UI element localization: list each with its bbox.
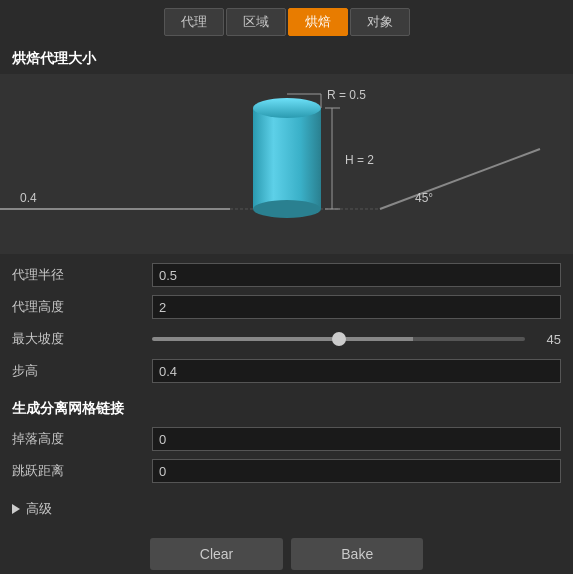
- section-title: 烘焙代理大小: [0, 42, 573, 74]
- prop-input-radius[interactable]: [152, 263, 561, 287]
- extra-props-panel: 掉落高度 跳跃距离: [0, 422, 573, 494]
- prop-input-height[interactable]: [152, 295, 561, 319]
- r-label: R = 0.5: [327, 88, 366, 102]
- advanced-row[interactable]: 高级: [0, 494, 573, 524]
- clear-button[interactable]: Clear: [150, 538, 283, 570]
- prop-label-slope: 最大坡度: [12, 330, 152, 348]
- slider-container-slope: 45: [152, 332, 561, 347]
- prop-label-fall: 掉落高度: [12, 430, 152, 448]
- viz-svg: R = 0.5 H = 2 0.4 45°: [0, 74, 573, 254]
- tab-object[interactable]: 对象: [350, 8, 410, 36]
- angle-label: 45°: [415, 191, 433, 205]
- flat-label: 0.4: [20, 191, 37, 205]
- svg-point-4: [253, 98, 321, 118]
- props-panel: 代理半径 代理高度 最大坡度 45 步高: [0, 258, 573, 394]
- viz-area: R = 0.5 H = 2 0.4 45°: [0, 74, 573, 254]
- prop-input-step[interactable]: [152, 359, 561, 383]
- bottom-bar: Clear Bake: [0, 528, 573, 574]
- prop-input-jump[interactable]: [152, 459, 561, 483]
- prop-row-step: 步高: [12, 358, 561, 384]
- prop-row-jump: 跳跃距离: [12, 458, 561, 484]
- section-heading: 生成分离网格链接: [0, 394, 573, 422]
- svg-point-5: [253, 200, 321, 218]
- tab-proxy[interactable]: 代理: [164, 8, 224, 36]
- prop-row-fall: 掉落高度: [12, 426, 561, 452]
- prop-input-fall[interactable]: [152, 427, 561, 451]
- prop-row-height: 代理高度: [12, 294, 561, 320]
- prop-row-slope: 最大坡度 45: [12, 326, 561, 352]
- top-nav: 代理 区域 烘焙 对象: [0, 0, 573, 42]
- svg-line-1: [380, 149, 540, 209]
- slope-slider[interactable]: [152, 337, 525, 341]
- slope-slider-value: 45: [531, 332, 561, 347]
- prop-label-step: 步高: [12, 362, 152, 380]
- prop-label-jump: 跳跃距离: [12, 462, 152, 480]
- tab-bake[interactable]: 烘焙: [288, 8, 348, 36]
- prop-label-height: 代理高度: [12, 298, 152, 316]
- prop-label-radius: 代理半径: [12, 266, 152, 284]
- prop-row-radius: 代理半径: [12, 262, 561, 288]
- tab-region[interactable]: 区域: [226, 8, 286, 36]
- h-label: H = 2: [345, 153, 374, 167]
- svg-rect-3: [253, 108, 321, 209]
- triangle-icon: [12, 504, 20, 514]
- advanced-label: 高级: [26, 500, 52, 518]
- bake-button[interactable]: Bake: [291, 538, 423, 570]
